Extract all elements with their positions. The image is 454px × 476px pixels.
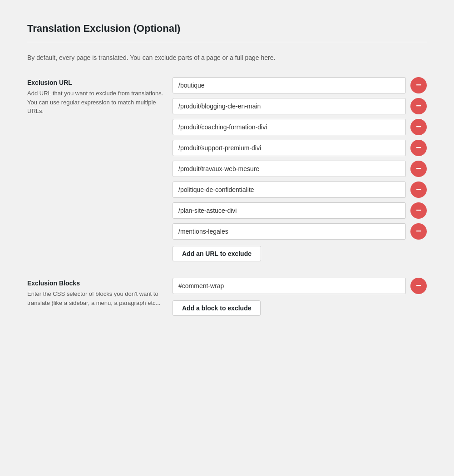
block-section: Exclusion Blocks Enter the CSS selector …	[27, 278, 427, 316]
block-row: −	[173, 278, 427, 294]
url-row: −	[173, 98, 427, 114]
minus-icon: −	[416, 164, 421, 173]
minus-icon: −	[416, 80, 421, 89]
url-row: −	[173, 223, 427, 240]
page-container: Translation Exclusion (Optional) By defa…	[14, 14, 440, 341]
minus-icon: −	[416, 226, 421, 236]
url-section-content: −−−−−−−−Add an URL to exclude	[173, 77, 427, 261]
url-input-4[interactable]	[173, 161, 406, 177]
section-divider	[27, 42, 427, 42]
minus-icon: −	[416, 281, 421, 290]
remove-url-button-1[interactable]: −	[410, 98, 427, 114]
url-row: −	[173, 161, 427, 177]
remove-url-button-3[interactable]: −	[410, 140, 427, 156]
block-input-0[interactable]	[173, 278, 406, 294]
url-row: −	[173, 202, 427, 219]
url-input-6[interactable]	[173, 202, 406, 219]
remove-block-button-0[interactable]: −	[410, 278, 427, 294]
minus-icon: −	[416, 206, 421, 215]
minus-icon: −	[416, 101, 421, 110]
minus-icon: −	[416, 143, 421, 152]
url-section: Exclusion URL Add URL that you want to e…	[27, 77, 427, 261]
url-row: −	[173, 140, 427, 156]
page-title: Translation Exclusion (Optional)	[27, 23, 427, 34]
remove-url-button-0[interactable]: −	[410, 77, 427, 93]
add-url-button[interactable]: Add an URL to exclude	[173, 246, 261, 261]
url-row: −	[173, 119, 427, 135]
url-row: −	[173, 182, 427, 198]
block-section-desc: Enter the CSS selector of blocks you don…	[27, 290, 163, 307]
url-row: −	[173, 77, 427, 93]
block-section-title: Exclusion Blocks	[27, 280, 163, 287]
remove-url-button-2[interactable]: −	[410, 119, 427, 135]
remove-url-button-5[interactable]: −	[410, 182, 427, 198]
remove-url-button-6[interactable]: −	[410, 202, 427, 219]
remove-url-button-4[interactable]: −	[410, 161, 427, 177]
url-section-desc: Add URL that you want to exclude from tr…	[27, 89, 163, 116]
url-input-0[interactable]	[173, 77, 406, 93]
url-input-5[interactable]	[173, 182, 406, 198]
block-section-content: −Add a block to exclude	[173, 278, 427, 316]
minus-icon: −	[416, 185, 421, 194]
url-input-1[interactable]	[173, 98, 406, 114]
url-section-title: Exclusion URL	[27, 79, 163, 86]
page-description: By default, every page is translated. Yo…	[27, 53, 427, 63]
remove-url-button-7[interactable]: −	[410, 223, 427, 240]
url-input-2[interactable]	[173, 119, 406, 135]
add-block-button[interactable]: Add a block to exclude	[173, 300, 261, 316]
url-section-label: Exclusion URL Add URL that you want to e…	[27, 77, 173, 116]
block-section-label: Exclusion Blocks Enter the CSS selector …	[27, 278, 173, 307]
minus-icon: −	[416, 122, 421, 131]
url-input-7[interactable]	[173, 223, 406, 240]
url-input-3[interactable]	[173, 140, 406, 156]
